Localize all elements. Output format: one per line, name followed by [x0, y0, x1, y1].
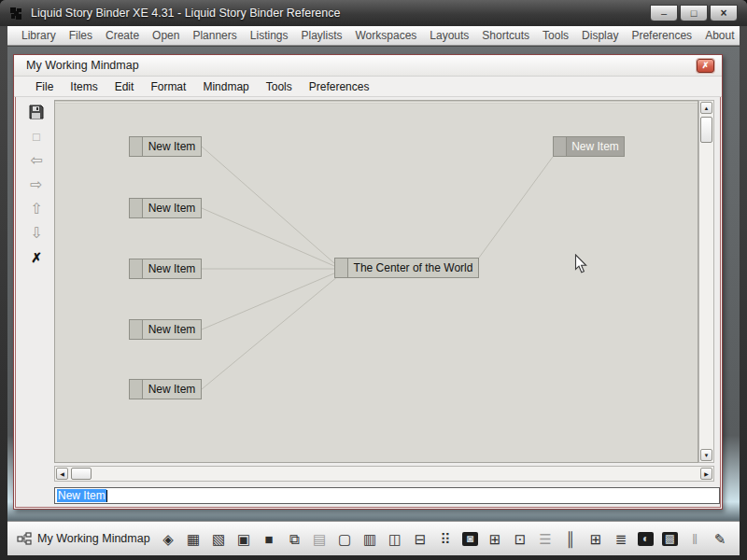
- quill-icon[interactable]: ✎: [712, 530, 728, 547]
- doc-menu-item[interactable]: Tools: [258, 80, 301, 93]
- doc-close-button[interactable]: ✗: [697, 59, 714, 73]
- pattern-grid-icon[interactable]: ⠿: [437, 530, 454, 547]
- image-icon[interactable]: ◙: [462, 532, 478, 546]
- horizontal-scrollbar[interactable]: ◀ ▶: [54, 466, 714, 482]
- maximize-button[interactable]: □: [680, 5, 708, 21]
- mindmap-icon[interactable]: ⊡: [512, 530, 529, 547]
- menu-item[interactable]: Create: [99, 29, 146, 42]
- node-grip[interactable]: [130, 137, 143, 156]
- pause-icon[interactable]: ‖: [686, 530, 703, 547]
- doc-body: □ ⇦ ⇨ ⇧ ⇩ ✗ New ItemNew ItemNew ItemNew: [14, 97, 722, 511]
- doc-menu-item[interactable]: Preferences: [301, 80, 378, 93]
- app-icon: [9, 7, 23, 21]
- panel-icon[interactable]: ◫: [387, 530, 403, 547]
- doc-menu-item[interactable]: Mindmap: [194, 80, 257, 93]
- new-box-button[interactable]: □: [25, 127, 48, 146]
- calendar-icon[interactable]: ⊞: [486, 530, 503, 547]
- layers-icon[interactable]: ◈: [160, 530, 176, 547]
- menu-item[interactable]: Library: [15, 29, 63, 42]
- close-button[interactable]: ×: [710, 5, 738, 21]
- doc-menu-item[interactable]: Format: [142, 80, 194, 93]
- move-left-button[interactable]: ⇦: [25, 151, 48, 170]
- move-right-button[interactable]: ⇨: [25, 175, 48, 194]
- doc-menu-item[interactable]: Edit: [106, 80, 143, 93]
- nodes-icon[interactable]: ⧉: [286, 530, 303, 547]
- menu-item[interactable]: Tools: [536, 29, 575, 42]
- vertical-scrollbar[interactable]: ▲ ▼: [698, 100, 714, 463]
- columns-icon[interactable]: ▥: [361, 530, 378, 547]
- doc-titlebar[interactable]: My Working Mindmap ✗: [14, 55, 722, 77]
- night-image-icon[interactable]: ◐: [638, 532, 654, 546]
- menu-item[interactable]: Preferences: [625, 29, 698, 42]
- menu-item[interactable]: Planners: [186, 29, 243, 42]
- scroll-right-button[interactable]: ▶: [700, 468, 712, 480]
- mindmap-canvas[interactable]: New ItemNew ItemNew ItemNew ItemNew Item…: [54, 100, 698, 463]
- statusbar-icons: ◈▦▧▣■⧉▤▢▥◫⊟⠿◙⊞⊡☰║⊞≣◐▩‖✎: [160, 530, 730, 547]
- menu-item[interactable]: Shortcuts: [475, 29, 536, 42]
- save-icon[interactable]: ▣: [235, 530, 252, 547]
- list-icon[interactable]: ☰: [537, 530, 554, 547]
- scroll-left-button[interactable]: ◀: [56, 468, 68, 480]
- mindmap-node-selected[interactable]: New Item: [553, 136, 625, 157]
- application-window: Liquid Story Binder XE 4.31 - Liquid Sto…: [0, 0, 747, 560]
- node-grip[interactable]: [130, 199, 143, 217]
- node-grip[interactable]: [130, 320, 143, 339]
- menu-item[interactable]: Listings: [244, 29, 295, 42]
- window-title: Liquid Story Binder XE 4.31 - Liquid Sto…: [31, 7, 340, 20]
- mindmap-node[interactable]: New Item: [129, 136, 202, 157]
- cube-icon[interactable]: ▧: [210, 530, 227, 547]
- menu-item[interactable]: Playlists: [294, 29, 348, 42]
- statusbar: My Working Mindmap ◈▦▧▣■⧉▤▢▥◫⊟⠿◙⊞⊡☰║⊞≣◐▩…: [7, 521, 740, 555]
- mouse-cursor: [574, 254, 588, 278]
- menu-item[interactable]: Display: [575, 29, 625, 42]
- node-grip[interactable]: [554, 137, 567, 156]
- move-down-button[interactable]: ⇩: [25, 224, 48, 243]
- menu-item[interactable]: About: [698, 29, 740, 42]
- window-titlebar: Liquid Story Binder XE 4.31 - Liquid Sto…: [0, 0, 747, 26]
- mindmap-node[interactable]: New Item: [129, 379, 202, 399]
- node-label: The Center of the World: [348, 259, 478, 277]
- node-grip[interactable]: [130, 380, 143, 399]
- blank-page-icon[interactable]: ▢: [336, 530, 353, 547]
- noise-image-icon[interactable]: ▩: [662, 532, 678, 546]
- save-button[interactable]: [25, 103, 48, 121]
- tile-windows-icon[interactable]: ⊞: [587, 530, 604, 547]
- node-label-input[interactable]: New Item: [54, 487, 720, 504]
- doc-menu-item[interactable]: File: [27, 80, 62, 93]
- stack-icon[interactable]: ≣: [613, 530, 629, 547]
- menu-item[interactable]: Open: [146, 29, 186, 42]
- document-icon[interactable]: ▤: [311, 530, 328, 547]
- mindmap-node[interactable]: The Center of the World: [334, 258, 479, 278]
- doc-menu-item[interactable]: Items: [62, 80, 106, 93]
- node-label: New Item: [143, 199, 201, 217]
- grid-icon[interactable]: ▦: [185, 530, 202, 547]
- doc-title: My Working Mindmap: [26, 59, 139, 72]
- mindmap-node[interactable]: New Item: [129, 319, 202, 340]
- horizontal-scrollbar-thumb[interactable]: [71, 468, 92, 480]
- node-label: New Item: [143, 259, 201, 278]
- minimize-button[interactable]: –: [650, 5, 678, 21]
- save-icon: [29, 105, 44, 119]
- mindmap-doc-icon: [17, 532, 32, 545]
- mindmap-node[interactable]: New Item: [129, 259, 202, 279]
- doc-tab-label: My Working Mindmap: [37, 532, 150, 545]
- doc-tab[interactable]: My Working Mindmap: [17, 532, 150, 545]
- scroll-down-button[interactable]: ▼: [700, 449, 712, 461]
- node-label: New Item: [567, 137, 624, 156]
- menu-item[interactable]: Workspaces: [349, 29, 424, 42]
- square-icon[interactable]: ■: [261, 530, 277, 547]
- scroll-up-button[interactable]: ▲: [700, 102, 712, 114]
- book-icon[interactable]: ⊟: [412, 530, 429, 547]
- delete-button[interactable]: ✗: [25, 248, 48, 267]
- workspace: My Working Mindmap ✗ FileItemsEditFormat…: [7, 47, 740, 521]
- bars-icon[interactable]: ║: [562, 530, 579, 547]
- vertical-scrollbar-thumb[interactable]: [700, 117, 712, 143]
- menu-item[interactable]: Files: [63, 29, 99, 42]
- window-controls: – □ ×: [650, 5, 738, 21]
- node-grip[interactable]: [130, 259, 143, 278]
- menu-item[interactable]: Layouts: [423, 29, 475, 42]
- node-grip[interactable]: [335, 259, 348, 277]
- move-up-button[interactable]: ⇧: [25, 200, 48, 218]
- text-caret: [106, 490, 107, 502]
- mindmap-node[interactable]: New Item: [129, 198, 202, 218]
